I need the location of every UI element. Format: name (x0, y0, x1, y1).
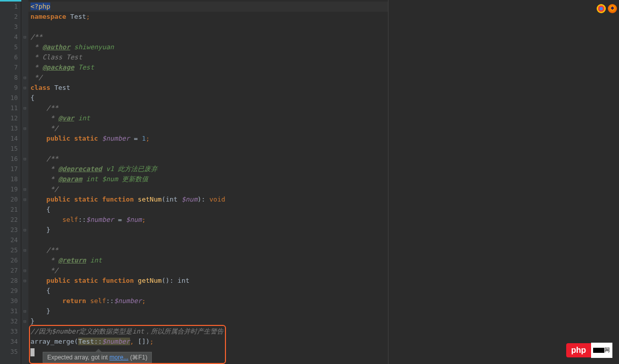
inspection-tooltip[interactable]: Expected array, got int more... (⌘F1) (43, 352, 152, 363)
fold-gutter[interactable]: ⊟⊟⊟⊟⊟⊟⊟⊟⊟⊟⊟⊟⊟⊟ (21, 0, 28, 364)
fold-toggle[interactable]: ⊟ (21, 194, 28, 205)
code-line[interactable]: } (28, 225, 388, 235)
fold-toggle[interactable]: ⊟ (21, 245, 28, 255)
code-line[interactable]: */ (28, 123, 388, 134)
code-line[interactable]: * @var int (28, 113, 388, 123)
line-number[interactable]: 1 (0, 2, 21, 12)
line-number[interactable]: 25 (0, 245, 21, 255)
line-number[interactable]: 34 (0, 337, 21, 347)
fold-toggle[interactable]: ⊟ (21, 225, 28, 235)
line-number[interactable]: 19 (0, 184, 21, 194)
code-line[interactable]: */ (28, 184, 388, 194)
line-number[interactable]: 21 (0, 205, 21, 215)
line-number[interactable]: 26 (0, 255, 21, 266)
fold-toggle (21, 255, 28, 266)
fold-toggle[interactable]: ⊟ (21, 266, 28, 276)
fold-toggle[interactable]: ⊟ (21, 123, 28, 134)
code-line[interactable]: array_merge(Test::$number, []); (28, 337, 388, 347)
fold-toggle[interactable]: ⊟ (21, 154, 28, 164)
code-line[interactable]: namespace Test; (28, 12, 388, 22)
fold-toggle (21, 113, 28, 123)
line-number[interactable]: 13 (0, 123, 21, 134)
watermark-suffix: 网 (591, 343, 612, 358)
line-number[interactable]: 27 (0, 266, 21, 276)
line-number[interactable]: 18 (0, 174, 21, 184)
tooltip-more-link[interactable]: more... (110, 354, 128, 361)
line-number[interactable]: 8 (0, 73, 21, 83)
code-line[interactable]: * @deprecated v1 此方法已废弃 (28, 164, 388, 174)
code-line[interactable]: class Test (28, 83, 388, 93)
line-number[interactable]: 11 (0, 103, 21, 113)
line-number[interactable]: 24 (0, 235, 21, 245)
code-line[interactable] (28, 22, 388, 32)
code-line[interactable]: public static function getNum(): int (28, 276, 388, 286)
code-line[interactable]: { (28, 93, 388, 103)
text-caret (30, 348, 35, 356)
code-line[interactable]: { (28, 205, 388, 215)
code-line[interactable]: } (28, 306, 388, 316)
code-line[interactable]: /** (28, 103, 388, 113)
code-line[interactable]: } (28, 316, 388, 326)
code-line[interactable]: */ (28, 73, 388, 83)
code-line[interactable]: self::$number = $num; (28, 215, 388, 225)
line-number[interactable]: 7 (0, 62, 21, 73)
fold-toggle[interactable]: ⊟ (21, 83, 28, 93)
line-number[interactable]: 29 (0, 286, 21, 296)
code-line[interactable]: * @return int (28, 255, 388, 266)
fold-toggle[interactable]: ⊟ (21, 184, 28, 194)
fold-toggle (21, 22, 28, 32)
line-number[interactable]: 4 (0, 32, 21, 42)
code-line[interactable]: <?php (28, 2, 388, 12)
code-line[interactable]: * @param int $num 更新数值 (28, 174, 388, 184)
code-line[interactable]: /** (28, 154, 388, 164)
line-number[interactable]: 14 (0, 134, 21, 144)
line-number-gutter[interactable]: 1234567891011121314151617181920212223242… (0, 0, 21, 364)
code-line[interactable] (28, 144, 388, 154)
chrome-icon[interactable] (597, 4, 606, 13)
code-line[interactable] (28, 235, 388, 245)
line-number[interactable]: 22 (0, 215, 21, 225)
code-line[interactable]: /** (28, 32, 388, 42)
line-number[interactable]: 5 (0, 42, 21, 52)
line-number[interactable]: 17 (0, 164, 21, 174)
line-number[interactable]: 35 (0, 347, 21, 357)
code-line[interactable]: public static $number = 1; (28, 134, 388, 144)
code-line[interactable]: * @package Test (28, 62, 388, 73)
code-line[interactable]: public static function setNum(int $num):… (28, 194, 388, 205)
line-number[interactable]: 32 (0, 316, 21, 326)
line-number[interactable]: 30 (0, 296, 21, 306)
line-number[interactable]: 23 (0, 225, 21, 235)
code-line[interactable]: */ (28, 266, 388, 276)
fold-toggle (21, 52, 28, 62)
line-number[interactable]: 28 (0, 276, 21, 286)
line-number[interactable]: 33 (0, 326, 21, 337)
fold-toggle[interactable]: ⊟ (21, 32, 28, 42)
line-number[interactable]: 12 (0, 113, 21, 123)
line-number[interactable]: 10 (0, 93, 21, 103)
fold-toggle[interactable]: ⊟ (21, 276, 28, 286)
line-number[interactable]: 6 (0, 52, 21, 62)
fold-toggle (21, 215, 28, 225)
line-number[interactable]: 2 (0, 12, 21, 22)
line-number[interactable]: 15 (0, 144, 21, 154)
line-number[interactable]: 3 (0, 22, 21, 32)
tooltip-shortcut: (⌘F1) (128, 354, 147, 361)
code-line[interactable]: //因为$number定义的数据类型是int，所以所属合并时产生警告 (28, 326, 388, 337)
fold-toggle (21, 205, 28, 215)
fold-toggle[interactable]: ⊟ (21, 103, 28, 113)
line-number[interactable]: 20 (0, 194, 21, 205)
firefox-icon[interactable] (608, 4, 617, 13)
fold-toggle[interactable]: ⊟ (21, 73, 28, 83)
line-number[interactable]: 9 (0, 83, 21, 93)
line-number[interactable]: 16 (0, 154, 21, 164)
code-line[interactable]: * Class Test (28, 52, 388, 62)
watermark-brand: php (566, 343, 591, 357)
code-line[interactable]: { (28, 286, 388, 296)
code-line[interactable]: return self::$number; (28, 296, 388, 306)
code-line[interactable]: /** (28, 245, 388, 255)
fold-toggle[interactable]: ⊟ (21, 316, 28, 326)
code-area[interactable]: <?phpnamespace Test;/** * @author shiwen… (28, 0, 388, 364)
line-number[interactable]: 31 (0, 306, 21, 316)
fold-toggle[interactable]: ⊟ (21, 306, 28, 316)
code-line[interactable]: * @author shiwenyuan (28, 42, 388, 52)
